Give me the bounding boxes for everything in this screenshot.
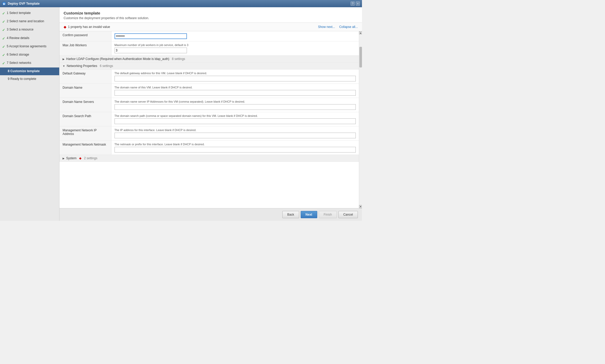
system-arrow-icon: ▶ xyxy=(63,157,65,160)
max-job-workers-value-cell: Maximum number of job workers in job ser… xyxy=(111,41,359,56)
default-gateway-row: Default Gateway The default gateway addr… xyxy=(59,70,359,84)
default-gateway-value-cell: The default gateway address for this VM.… xyxy=(111,70,359,84)
bottom-bar: Back Next Finish Cancel xyxy=(59,208,362,221)
harbor-ldap-arrow-icon: ▶ xyxy=(63,58,65,60)
close-button[interactable]: × xyxy=(356,2,360,6)
mgmt-network-ip-label: Management Network IP Address xyxy=(59,126,111,141)
system-toggle[interactable]: ▶ System ◆ 2 settings xyxy=(63,156,356,160)
validation-message: 1 property has an invalid value xyxy=(68,25,318,29)
sidebar-item-3[interactable]: ✓3 Select a resource xyxy=(0,26,59,34)
default-gateway-label: Default Gateway xyxy=(59,70,111,84)
domain-name-servers-desc: The domain name server IP Addresses for … xyxy=(115,100,356,103)
validation-bar: ◆ 1 property has an invalid value Show n… xyxy=(59,23,362,31)
domain-name-value-cell: The domain name of this VM. Leave blank … xyxy=(111,84,359,98)
sidebar-text-4: 4 Review details xyxy=(7,36,29,40)
check-icon-7: ✓ xyxy=(2,61,5,66)
scrollbar-track[interactable]: ▲ ▼ xyxy=(359,31,362,208)
domain-name-desc: The domain name of this VM. Leave blank … xyxy=(115,86,356,89)
sidebar-item-8[interactable]: 8 Customize template xyxy=(0,67,59,75)
cancel-button[interactable]: Cancel xyxy=(338,211,358,218)
system-cell: ▶ System ◆ 2 settings xyxy=(59,155,359,162)
harbor-ldap-count: 8 settings xyxy=(172,57,185,61)
validation-links: Show next... Collapse all... xyxy=(318,25,358,29)
svg-text:▶: ▶ xyxy=(3,3,5,5)
scroll-down-button[interactable]: ▼ xyxy=(359,205,362,208)
domain-name-label: Domain Name xyxy=(59,84,111,98)
check-icon-3: ✓ xyxy=(2,28,5,32)
mgmt-network-netmask-label: Management Network Netmask xyxy=(59,141,111,155)
scroll-up-button[interactable]: ▲ xyxy=(359,31,362,34)
form-area: Confirm password Max Job Workers Maximum… xyxy=(59,31,359,208)
domain-search-path-input[interactable] xyxy=(115,118,356,124)
harbor-ldap-section-name: Harbor LDAP Configure (Required when Aut… xyxy=(66,57,169,61)
title-bar-controls: ? × xyxy=(351,2,360,6)
max-job-workers-label: Max Job Workers xyxy=(59,41,111,56)
sidebar-text-5: 5 Accept license agreements xyxy=(7,44,46,49)
domain-name-servers-label: Domain Name Servers xyxy=(59,98,111,112)
sidebar-text-7: 7 Select networks xyxy=(7,61,31,65)
mgmt-network-netmask-input[interactable] xyxy=(115,147,356,153)
mgmt-network-ip-input[interactable] xyxy=(115,133,356,138)
domain-search-path-row: Domain Search Path The domain search pat… xyxy=(59,112,359,126)
mgmt-network-ip-row: Management Network IP Address The IP add… xyxy=(59,126,359,141)
sidebar-text-9: 9 Ready to complete xyxy=(8,77,36,81)
form-table: Confirm password Max Job Workers Maximum… xyxy=(59,31,359,162)
sidebar-item-1[interactable]: ✓1 Select template xyxy=(0,9,59,18)
mgmt-network-netmask-desc: The netmask or prefix for this interface… xyxy=(115,143,356,146)
sidebar-text-6: 6 Select storage xyxy=(7,53,29,57)
page-subtitle: Customize the deployment properties of t… xyxy=(64,16,358,20)
collapse-all-link[interactable]: Collapse all... xyxy=(339,25,358,29)
system-section-name: System xyxy=(66,156,77,160)
system-count: 2 settings xyxy=(84,156,97,160)
app-icon: ▶ xyxy=(2,2,6,6)
default-gateway-desc: The default gateway address for this VM.… xyxy=(115,72,356,75)
show-next-link[interactable]: Show next... xyxy=(318,25,335,29)
networking-cell: ▼ Networking Properties 6 settings xyxy=(59,63,359,70)
page-title: Customize template xyxy=(64,11,358,15)
window-title: Deploy OVF Template xyxy=(8,2,349,5)
confirm-password-value-cell xyxy=(111,31,359,41)
sidebar-text-3: 3 Select a resource xyxy=(7,28,33,32)
domain-search-path-value-cell: The domain search path (comma or space s… xyxy=(111,112,359,126)
domain-name-servers-row: Domain Name Servers The domain name serv… xyxy=(59,98,359,112)
sidebar-text-8: 8 Customize template xyxy=(8,69,40,73)
domain-name-row: Domain Name The domain name of this VM. … xyxy=(59,84,359,98)
networking-row: ▼ Networking Properties 6 settings xyxy=(59,63,359,70)
domain-name-servers-input[interactable] xyxy=(115,104,356,110)
sidebar-item-9[interactable]: 9 Ready to complete xyxy=(0,75,59,83)
harbor-ldap-toggle[interactable]: ▶ Harbor LDAP Configure (Required when A… xyxy=(63,57,356,61)
confirm-password-label: Confirm password xyxy=(59,31,111,41)
back-button[interactable]: Back xyxy=(282,211,299,218)
finish-button[interactable]: Finish xyxy=(319,211,337,218)
domain-name-servers-value-cell: The domain name server IP Addresses for … xyxy=(111,98,359,112)
networking-section-name: Networking Properties xyxy=(67,64,97,68)
scroll-thumb[interactable] xyxy=(359,47,362,67)
max-job-workers-row: Max Job Workers Maximum number of job wo… xyxy=(59,41,359,56)
domain-search-path-label: Domain Search Path xyxy=(59,112,111,126)
system-error-icon: ◆ xyxy=(79,156,81,160)
check-icon-5: ✓ xyxy=(2,44,5,49)
harbor-ldap-row: ▶ Harbor LDAP Configure (Required when A… xyxy=(59,56,359,63)
networking-toggle[interactable]: ▼ Networking Properties 6 settings xyxy=(63,64,356,68)
mgmt-network-ip-desc: The IP address for this interface. Leave… xyxy=(115,128,356,132)
next-button[interactable]: Next xyxy=(301,211,317,218)
mgmt-network-netmask-value-cell: The netmask or prefix for this interface… xyxy=(111,141,359,155)
sidebar-item-2[interactable]: ✓2 Select name and location xyxy=(0,18,59,26)
max-job-workers-desc: Maximum number of job workers in job ser… xyxy=(115,43,356,47)
max-job-workers-input[interactable] xyxy=(115,48,187,53)
networking-arrow-icon: ▼ xyxy=(63,65,65,67)
title-bar: ▶ Deploy OVF Template ? × xyxy=(0,0,362,7)
default-gateway-input[interactable] xyxy=(115,76,356,81)
mgmt-network-ip-value-cell: The IP address for this interface. Leave… xyxy=(111,126,359,141)
sidebar-item-5[interactable]: ✓5 Accept license agreements xyxy=(0,43,59,51)
check-icon-2: ✓ xyxy=(2,19,5,24)
check-icon-4: ✓ xyxy=(2,36,5,41)
domain-search-path-desc: The domain search path (comma or space s… xyxy=(115,114,356,117)
domain-name-input[interactable] xyxy=(115,90,356,96)
help-button[interactable]: ? xyxy=(351,2,355,6)
sidebar-item-7[interactable]: ✓7 Select networks xyxy=(0,59,59,67)
sidebar-item-4[interactable]: ✓4 Review details xyxy=(0,34,59,43)
confirm-password-input[interactable] xyxy=(115,33,187,39)
confirm-password-row: Confirm password xyxy=(59,31,359,41)
sidebar-item-6[interactable]: ✓6 Select storage xyxy=(0,51,59,59)
